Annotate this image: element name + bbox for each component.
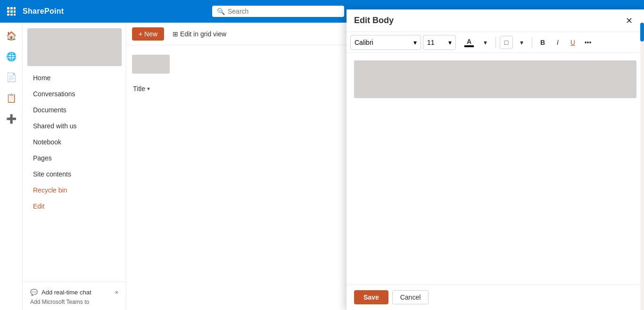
dialog-save-button[interactable]: Save — [354, 290, 388, 304]
right-scrollbar[interactable] — [640, 23, 644, 310]
title-column-label: Title — [133, 85, 145, 92]
add-chat-sub: Add Microsoft Teams to — [28, 299, 120, 305]
add-chat-label: Add real-time chat — [41, 289, 91, 296]
chat-icon: 💬 — [30, 289, 38, 296]
sidebar-item-pages[interactable]: Pages — [25, 151, 123, 166]
sidebar: Home Conversations Documents Shared with… — [23, 23, 126, 310]
sidebar-footer: 💬 Add real-time chat × Add Microsoft Tea… — [23, 282, 126, 310]
font-color-bar — [464, 45, 474, 47]
font-family-select[interactable]: Calibri ▾ — [350, 35, 421, 50]
editor-placeholder — [354, 60, 636, 98]
font-size-select[interactable]: 11 ▾ — [423, 35, 456, 50]
more-options-button[interactable]: ••• — [581, 36, 594, 49]
svg-rect-0 — [7, 7, 9, 9]
font-color-chevron[interactable]: ▾ — [479, 36, 492, 49]
dialog-footer: Save Cancel — [347, 284, 644, 310]
sidebar-item-site-contents[interactable]: Site contents — [25, 167, 123, 182]
svg-rect-4 — [10, 10, 13, 13]
rail-page-icon[interactable]: 📄 — [2, 68, 21, 87]
icon-rail: 🏠 🌐 📄 📋 ➕ — [0, 23, 23, 310]
svg-rect-3 — [7, 10, 9, 13]
search-bar: 🔍 — [212, 6, 344, 17]
rail-list-icon[interactable]: 📋 — [2, 89, 21, 108]
search-icon: 🔍 — [217, 8, 225, 15]
app-grid-icon[interactable] — [6, 6, 17, 17]
sidebar-item-edit[interactable]: Edit — [25, 199, 123, 214]
svg-rect-1 — [10, 7, 13, 9]
highlight-button[interactable]: □ — [500, 36, 513, 49]
sidebar-item-shared[interactable]: Shared with us — [25, 118, 123, 134]
add-chat-row[interactable]: 💬 Add real-time chat × — [28, 287, 120, 298]
sidebar-thumbnail — [27, 28, 122, 66]
font-color-label: A — [467, 38, 471, 45]
dialog-title: Edit Body — [354, 16, 618, 25]
scrollbar-thumb — [640, 23, 644, 42]
dialog-cancel-button[interactable]: Cancel — [392, 290, 429, 304]
brand-name: SharePoint — [23, 7, 64, 16]
grid-icon: ⊞ — [173, 30, 178, 38]
svg-rect-6 — [7, 14, 9, 16]
title-sort-icon: ▾ — [147, 85, 150, 92]
svg-rect-7 — [10, 14, 13, 16]
rail-globe-icon[interactable]: 🌐 — [2, 47, 21, 66]
svg-rect-8 — [14, 14, 16, 16]
italic-button[interactable]: I — [551, 36, 564, 49]
add-chat-close[interactable]: × — [115, 289, 118, 296]
sidebar-item-home[interactable]: Home — [25, 70, 123, 85]
new-button[interactable]: + New — [132, 27, 164, 41]
edit-body-dialog: Edit Body ✕ Calibri ▾ 11 ▾ A ▾ □ ▾ B I U… — [347, 9, 644, 310]
toolbar-sep2 — [532, 37, 532, 48]
search-input[interactable] — [228, 8, 331, 15]
dialog-header: Edit Body ✕ — [347, 9, 644, 32]
rail-plus-icon[interactable]: ➕ — [2, 109, 21, 128]
sidebar-item-documents[interactable]: Documents — [25, 102, 123, 117]
content-placeholder — [132, 55, 170, 74]
svg-rect-5 — [14, 10, 16, 13]
bold-button[interactable]: B — [536, 36, 549, 49]
font-chevron-icon: ▾ — [413, 39, 417, 46]
toolbar-sep1 — [495, 37, 496, 48]
font-color-button[interactable]: A — [462, 35, 477, 50]
highlight-chevron[interactable]: ▾ — [515, 36, 528, 49]
size-chevron-icon: ▾ — [448, 39, 452, 46]
rail-home-icon[interactable]: 🏠 — [2, 26, 21, 45]
svg-rect-2 — [14, 7, 16, 9]
dialog-close-button[interactable]: ✕ — [621, 13, 636, 28]
sidebar-item-notebook[interactable]: Notebook — [25, 134, 123, 150]
edit-grid-view-button[interactable]: ⊞ Edit in grid view — [168, 27, 231, 41]
underline-button[interactable]: U — [566, 36, 579, 49]
sidebar-item-recycle-bin[interactable]: Recycle bin — [25, 183, 123, 198]
dialog-toolbar: Calibri ▾ 11 ▾ A ▾ □ ▾ B I U ••• — [347, 32, 644, 53]
sidebar-item-conversations[interactable]: Conversations — [25, 86, 123, 101]
dialog-content — [347, 53, 644, 284]
